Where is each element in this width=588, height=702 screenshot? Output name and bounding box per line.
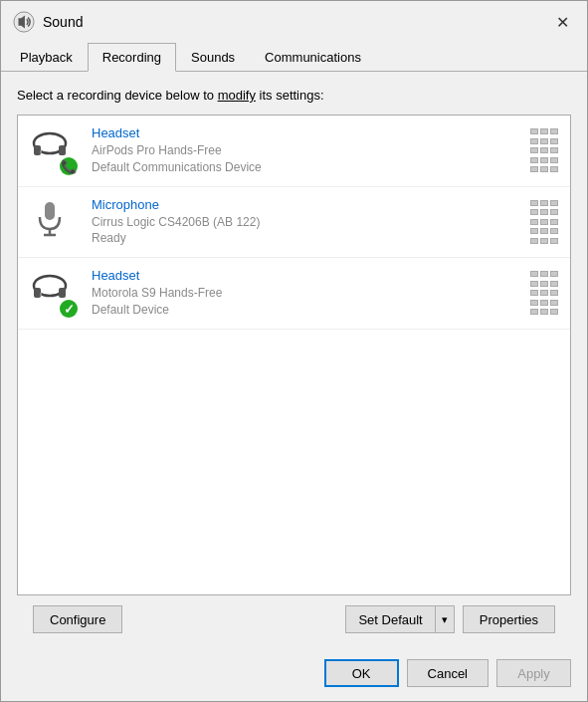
sound-dialog: Sound ✕ Playback Recording Sounds Commun… [0, 0, 588, 702]
cancel-button[interactable]: Cancel [407, 659, 489, 687]
device-sub1-2: Cirrus Logic CS4206B (AB 122) Ready [92, 214, 530, 248]
window-title: Sound [43, 14, 83, 30]
svg-rect-5 [45, 202, 55, 220]
tab-bar: Playback Recording Sounds Communications [1, 43, 587, 72]
device-item-headset-airpods[interactable]: 📞 Headset AirPods Pro Hands-Free Default… [18, 116, 570, 187]
level-bars-1 [530, 128, 558, 172]
badge-check-3: ✓ [60, 300, 78, 318]
badge-phone-1: 📞 [60, 157, 78, 175]
device-item-microphone[interactable]: Microphone Cirrus Logic CS4206B (AB 122)… [18, 187, 570, 259]
device-info-1: Headset AirPods Pro Hands-Free Default C… [92, 125, 530, 176]
close-button[interactable]: ✕ [549, 9, 575, 35]
device-info-2: Microphone Cirrus Logic CS4206B (AB 122)… [92, 197, 530, 248]
set-default-group: Set Default ▾ [345, 605, 454, 633]
set-default-button[interactable]: Set Default [345, 605, 434, 633]
tab-communications[interactable]: Communications [250, 43, 376, 72]
ok-button[interactable]: OK [324, 659, 399, 687]
svg-rect-2 [34, 145, 41, 155]
bottom-actions: Configure Set Default ▾ Properties [17, 595, 571, 633]
svg-rect-9 [34, 288, 41, 298]
tab-recording[interactable]: Recording [88, 43, 176, 72]
apply-button[interactable]: Apply [496, 659, 571, 687]
dialog-footer: OK Cancel Apply [1, 649, 587, 701]
configure-button[interactable]: Configure [33, 605, 122, 633]
title-bar: Sound ✕ [1, 1, 587, 43]
microphone-icon [30, 197, 70, 237]
level-bars-2 [530, 200, 558, 244]
device-icon-wrap-1: 📞 [30, 125, 80, 175]
device-icon-wrap-2 [30, 197, 80, 247]
instruction-text: Select a recording device below to modif… [17, 88, 571, 103]
sound-icon [13, 11, 35, 33]
tab-playback[interactable]: Playback [5, 43, 88, 72]
svg-rect-3 [59, 145, 66, 155]
device-item-headset-motorola[interactable]: ✓ Headset Motorola S9 Hands-Free Default… [18, 258, 570, 330]
device-sub1-3: Motorola S9 Hands-Free Default Device [92, 285, 530, 319]
level-bars-3 [530, 271, 558, 315]
tab-sounds[interactable]: Sounds [176, 43, 250, 72]
device-sub1-1: AirPods Pro Hands-Free Default Communica… [92, 142, 530, 176]
device-name-1: Headset [92, 125, 530, 140]
tab-content: Select a recording device below to modif… [1, 72, 587, 649]
device-name-3: Headset [92, 268, 530, 283]
device-name-2: Microphone [92, 197, 530, 212]
device-info-3: Headset Motorola S9 Hands-Free Default D… [92, 268, 530, 319]
device-list: 📞 Headset AirPods Pro Hands-Free Default… [17, 115, 571, 595]
set-default-arrow-button[interactable]: ▾ [435, 605, 455, 633]
title-bar-left: Sound [13, 11, 83, 33]
device-icon-wrap-3: ✓ [30, 268, 80, 318]
svg-rect-10 [59, 288, 66, 298]
properties-button[interactable]: Properties [463, 605, 555, 633]
